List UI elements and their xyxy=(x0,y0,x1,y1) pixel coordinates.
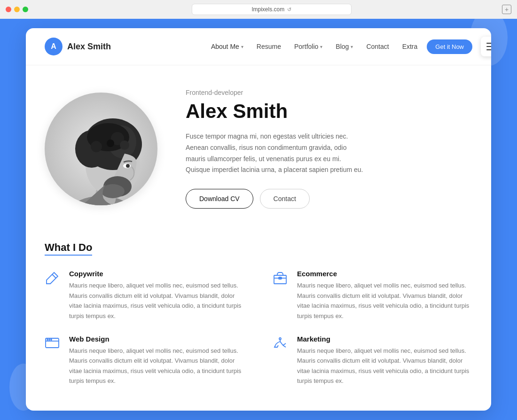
svg-point-12 xyxy=(107,140,114,147)
hero-description: Fusce tempor magna mi, non egestas velit… xyxy=(186,131,364,176)
new-tab-button[interactable]: + xyxy=(502,5,511,14)
service-marketing-content: Marketing Mauris neque libero, aliquet v… xyxy=(297,335,472,386)
service-copywrite-desc: Mauris neque libero, aliquet vel mollis … xyxy=(69,280,244,321)
chevron-down-icon: ▾ xyxy=(351,44,353,49)
service-marketing: Marketing Mauris neque libero, aliquet v… xyxy=(273,335,472,386)
nav-extra[interactable]: Extra xyxy=(402,43,418,50)
service-ecommerce-desc: Mauris neque libero, aliquet vel mollis … xyxy=(297,280,472,321)
what-i-do-section: What I Do Copywrite Mauris neque libero,… xyxy=(26,232,491,405)
service-copywrite-title: Copywrite xyxy=(69,270,244,278)
chevron-down-icon: ▾ xyxy=(241,44,243,49)
services-grid: Copywrite Mauris neque libero, aliquet v… xyxy=(45,270,472,386)
service-webdesign-desc: Mauris neque libero, aliquet vel mollis … xyxy=(69,346,244,386)
fullscreen-button[interactable] xyxy=(23,7,28,12)
nav-resume[interactable]: Resume xyxy=(257,43,281,50)
svg-point-9 xyxy=(99,135,108,144)
ecommerce-icon xyxy=(273,271,290,288)
service-ecommerce-content: Ecommerce Mauris neque libero, aliquet v… xyxy=(297,270,472,321)
hero-subtitle: Frontend-developer xyxy=(186,89,472,96)
hero-section: Frontend-developer Alex Smith Fusce temp… xyxy=(26,65,491,232)
svg-point-24 xyxy=(51,339,52,340)
hamburger-line-2 xyxy=(486,46,491,47)
chevron-down-icon: ▾ xyxy=(320,44,322,49)
service-copywrite: Copywrite Mauris neque libero, aliquet v… xyxy=(45,270,244,321)
brand-name: Alex Smith xyxy=(67,42,111,52)
download-cv-button[interactable]: Download CV xyxy=(186,189,253,209)
hamburger-menu[interactable] xyxy=(481,37,491,56)
portrait-svg xyxy=(45,93,157,205)
hero-name: Alex Smith xyxy=(186,100,472,123)
service-ecommerce-title: Ecommerce xyxy=(297,270,472,278)
svg-point-11 xyxy=(120,140,129,150)
service-marketing-desc: Mauris neque libero, aliquet vel mollis … xyxy=(297,346,472,386)
hero-buttons: Download CV Contact xyxy=(186,189,472,209)
testimonials-section: Testimonials xyxy=(26,405,491,411)
service-webdesign-content: Web Design Mauris neque libero, aliquet … xyxy=(69,335,244,386)
what-i-do-title: What I Do xyxy=(45,241,92,254)
hamburger-line-1 xyxy=(486,43,491,44)
svg-point-16 xyxy=(101,184,125,198)
browser-chrome: lmpixels.com ↺ + xyxy=(0,0,517,19)
webdesign-icon xyxy=(45,336,62,353)
hamburger-line-3 xyxy=(486,49,491,50)
url-text: lmpixels.com xyxy=(252,6,284,13)
svg-point-23 xyxy=(49,339,50,340)
nav-portfolio[interactable]: Portfolio ▾ xyxy=(294,43,322,50)
svg-point-22 xyxy=(47,339,48,340)
svg-rect-17 xyxy=(274,275,286,284)
navbar: A Alex Smith About Me ▾ Resume Portfolio… xyxy=(26,28,491,65)
refresh-icon[interactable]: ↺ xyxy=(287,7,291,13)
get-it-now-button[interactable]: Get it Now xyxy=(427,39,472,54)
nav-about-me[interactable]: About Me ▾ xyxy=(211,43,243,50)
hero-content: Frontend-developer Alex Smith Fusce temp… xyxy=(186,89,472,209)
background: A Alex Smith About Me ▾ Resume Portfolio… xyxy=(0,19,517,420)
service-webdesign: Web Design Mauris neque libero, aliquet … xyxy=(45,335,244,386)
nav-blog[interactable]: Blog ▾ xyxy=(336,43,353,50)
service-marketing-title: Marketing xyxy=(297,335,472,343)
contact-button[interactable]: Contact xyxy=(260,189,310,209)
service-copywrite-content: Copywrite Mauris neque libero, aliquet v… xyxy=(69,270,244,321)
minimize-button[interactable] xyxy=(14,7,20,12)
service-ecommerce: Ecommerce Mauris neque libero, aliquet v… xyxy=(273,270,472,321)
close-button[interactable] xyxy=(6,7,11,12)
svg-point-25 xyxy=(279,338,281,340)
address-bar[interactable]: lmpixels.com ↺ xyxy=(192,4,352,15)
brand-link[interactable]: A Alex Smith xyxy=(45,38,111,55)
marketing-icon xyxy=(273,336,290,353)
service-webdesign-title: Web Design xyxy=(69,335,244,343)
nav-contact[interactable]: Contact xyxy=(366,43,389,50)
brand-avatar: A xyxy=(45,38,63,55)
copywrite-icon xyxy=(45,271,62,288)
hero-image-container xyxy=(45,93,157,205)
nav-links: About Me ▾ Resume Portfolio ▾ Blog ▾ Con… xyxy=(211,43,417,50)
traffic-lights xyxy=(6,7,28,12)
svg-point-14 xyxy=(126,164,130,168)
main-card: A Alex Smith About Me ▾ Resume Portfolio… xyxy=(26,28,491,411)
hero-portrait-circle xyxy=(45,93,157,205)
